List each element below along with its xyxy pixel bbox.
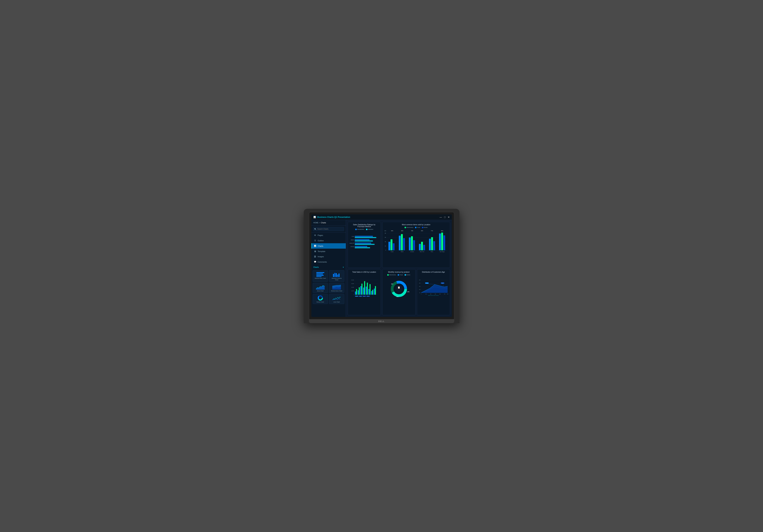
charts-section-toggle: ▾ xyxy=(343,266,344,268)
close-button[interactable]: ✕ xyxy=(448,216,450,219)
svg-rect-3 xyxy=(316,276,322,277)
breadcrumb-home[interactable]: HOME xyxy=(313,222,319,224)
thumb-area[interactable]: Area Chart xyxy=(313,283,328,293)
svg-rect-55 xyxy=(419,244,421,250)
svg-rect-8 xyxy=(339,273,340,277)
search-wrapper: 🔍 xyxy=(313,227,344,231)
thumb-donut[interactable]: Donut Chart xyxy=(313,294,328,304)
customer-age-card: Distribution of Customers Age 0% 20% 40%… xyxy=(417,269,450,315)
legend-food: Food xyxy=(415,227,420,228)
stacked-col-label: Stacked Column Chart xyxy=(330,277,343,280)
legend-dot-dissatisfied xyxy=(355,229,357,230)
monthly-revenue-svg: 📋 30% 28% 42% xyxy=(384,276,414,300)
sidebar-item-comments[interactable]: 💬 Comments xyxy=(311,259,346,265)
stacked-area-label: Stcked Area Chart xyxy=(331,290,342,292)
svg-rect-18 xyxy=(355,237,376,238)
svg-text:STORE: STORE xyxy=(352,236,354,237)
svg-text:100: 100 xyxy=(425,294,427,294)
svg-rect-80 xyxy=(356,289,357,295)
outline-icon: ☰ xyxy=(314,240,316,242)
legend-rev-electronics: Electronics xyxy=(387,274,396,275)
svg-text:500: 500 xyxy=(444,294,445,294)
svg-text:200: 200 xyxy=(430,294,431,294)
svg-rect-23 xyxy=(355,243,371,244)
svg-rect-79 xyxy=(355,291,356,295)
svg-rect-17 xyxy=(355,236,373,237)
svg-rect-66 xyxy=(441,233,443,250)
svg-text:200,000: 200,000 xyxy=(351,287,354,288)
legend-satisfied: Satisfied xyxy=(366,229,373,230)
svg-text:100,000: 100,000 xyxy=(351,290,354,291)
common-items-title: Most common items sold by Location xyxy=(384,224,448,226)
svg-rect-88 xyxy=(367,283,368,295)
svg-rect-42 xyxy=(393,243,394,250)
svg-rect-52 xyxy=(413,240,415,250)
legend-rev-books: Books xyxy=(405,274,410,275)
svg-text:95%: 95% xyxy=(441,230,443,231)
breadcrumb-separator: > xyxy=(319,222,320,224)
svg-text:300: 300 xyxy=(435,294,436,294)
line-label: Line Chart xyxy=(333,301,340,303)
svg-text:77%: 77% xyxy=(431,230,433,231)
svg-rect-83 xyxy=(360,286,361,295)
svg-rect-0 xyxy=(316,272,324,273)
svg-rect-47 xyxy=(403,238,405,250)
svg-rect-40 xyxy=(388,242,390,250)
search-input[interactable] xyxy=(313,227,344,231)
svg-text:MOBILE APP: MOBILE APP xyxy=(350,243,354,244)
pages-label: Pages xyxy=(318,234,323,236)
svg-text:6,455: 6,455 xyxy=(426,283,428,283)
svg-rect-93 xyxy=(374,288,375,295)
breadcrumb-current: Charts xyxy=(321,222,326,224)
svg-text:📋: 📋 xyxy=(397,286,400,289)
sidebar-item-outline[interactable]: ☰ Outline xyxy=(311,238,346,243)
svg-text:79%: 79% xyxy=(411,230,413,231)
charts-label: Charts xyxy=(318,245,323,247)
svg-rect-26 xyxy=(355,246,367,247)
legend-dissatisfied: Dissatisfied xyxy=(355,229,364,230)
search-icon: 🔍 xyxy=(314,228,316,230)
thumb-stacked-area[interactable]: Stcked Area Chart xyxy=(329,283,344,293)
thumb-stacked-bar[interactable]: Stacked Bar Chart xyxy=(313,270,328,282)
sidebar-charts-section[interactable]: Charts ▾ xyxy=(311,265,346,269)
area-label: Area Chart xyxy=(317,290,324,292)
svg-text:Paris: Paris xyxy=(431,251,433,252)
svg-text:30%: 30% xyxy=(391,283,393,284)
svg-rect-2 xyxy=(316,275,324,276)
svg-text:Analysis report is only for re: Analysis report is only for reference xyxy=(428,295,439,296)
legend-dot-rev-books xyxy=(405,274,406,275)
legend-dot-rev-food xyxy=(398,274,399,275)
template-label: Template xyxy=(318,250,326,253)
sidebar-item-charts[interactable]: 📊 Charts xyxy=(311,243,346,249)
charts-icon: 📊 xyxy=(314,245,316,247)
thumb-line[interactable]: Line Chart xyxy=(329,294,344,304)
svg-rect-87 xyxy=(366,287,367,295)
chart-thumbnails: Stacked Bar Chart Stacked Colum xyxy=(311,269,346,305)
svg-rect-81 xyxy=(358,290,359,295)
sidebar-item-images[interactable]: 🖼 Images xyxy=(311,254,346,259)
title-bar: 📊 Business Charts Q1 Presentation — □ ✕ xyxy=(311,214,452,220)
legend-label-satisfied: Satisfied xyxy=(368,229,373,230)
svg-text:0%: 0% xyxy=(419,292,420,293)
comments-label: Comments xyxy=(318,261,327,263)
svg-text:64%: 64% xyxy=(391,230,393,231)
monthly-revenue-legend: Electronics Food Books xyxy=(384,274,414,275)
app-window: 📊 Business Charts Q1 Presentation — □ ✕ … xyxy=(311,214,452,317)
sidebar-item-template[interactable]: ▦ Template xyxy=(311,249,346,254)
legend-dot-books xyxy=(422,227,423,228)
maximize-button[interactable]: □ xyxy=(444,216,445,219)
stacked-bar-preview xyxy=(316,271,325,277)
svg-text:San Diego: San Diego xyxy=(440,251,445,252)
svg-rect-41 xyxy=(390,239,392,250)
minimize-button[interactable]: — xyxy=(440,216,442,219)
thumb-stacked-col[interactable]: Stacked Column Chart xyxy=(329,270,344,282)
svg-rect-57 xyxy=(423,245,425,250)
images-label: Images xyxy=(318,256,324,258)
sidebar-item-pages[interactable]: ⊞ Pages xyxy=(311,233,346,238)
customer-age-title: Distribution of Customers Age xyxy=(419,271,448,273)
svg-rect-82 xyxy=(359,287,360,295)
svg-rect-21 xyxy=(355,241,373,242)
svg-rect-67 xyxy=(443,235,445,250)
svg-text:Londaon: Londaon xyxy=(410,251,414,252)
svg-rect-62 xyxy=(433,241,435,250)
